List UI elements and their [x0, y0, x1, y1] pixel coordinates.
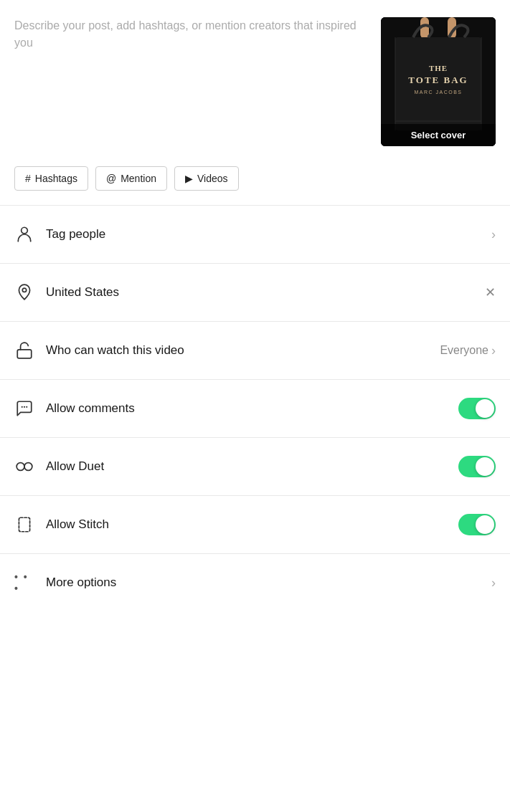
duet-icon — [14, 457, 34, 477]
location-close-icon: ✕ — [485, 285, 496, 300]
toggle-knob — [476, 399, 494, 418]
action-buttons-row: # Hashtags @ Mention ▶ Videos — [0, 158, 510, 202]
svg-point-17 — [24, 463, 32, 471]
select-cover-label: Select cover — [411, 130, 466, 140]
svg-rect-18 — [19, 517, 29, 532]
more-options-label: More options — [46, 575, 480, 590]
more-options-item[interactable]: • • • More options › — [0, 557, 510, 608]
divider-1 — [0, 263, 510, 264]
divider-3 — [0, 379, 510, 380]
location-right[interactable]: ✕ — [485, 285, 496, 300]
dots-icon: • • • — [14, 571, 34, 594]
location-item[interactable]: United States ✕ — [0, 267, 510, 318]
svg-text:MARC JACOBS: MARC JACOBS — [414, 90, 462, 95]
mention-label: Mention — [121, 173, 156, 184]
tag-people-icon — [14, 224, 34, 244]
who-can-watch-item[interactable]: Who can watch this video Everyone › — [0, 325, 510, 376]
svg-text:TOTE BAG: TOTE BAG — [408, 75, 468, 85]
privacy-icon — [14, 340, 34, 360]
allow-duet-label: Allow Duet — [46, 459, 447, 474]
description-area[interactable]: Describe your post, add hashtags, or men… — [14, 17, 369, 103]
tag-people-right: › — [491, 227, 496, 242]
tag-people-item[interactable]: Tag people › — [0, 209, 510, 260]
allow-comments-label: Allow comments — [46, 401, 447, 416]
more-options-right: › — [491, 575, 496, 591]
tag-people-label: Tag people — [46, 227, 480, 242]
toggle-knob-stitch — [476, 515, 494, 534]
allow-comments-item[interactable]: Allow comments — [0, 383, 510, 434]
divider-4 — [0, 437, 510, 438]
mention-button[interactable]: @ Mention — [95, 166, 167, 191]
divider-6 — [0, 553, 510, 554]
mention-icon: @ — [106, 173, 116, 184]
allow-stitch-toggle-container — [458, 514, 496, 535]
svg-rect-12 — [17, 350, 32, 358]
allow-duet-toggle-container — [458, 456, 496, 477]
who-can-watch-right: Everyone › — [440, 343, 496, 358]
play-icon: ▶ — [185, 173, 193, 184]
more-options-chevron: › — [491, 575, 496, 591]
allow-duet-toggle[interactable] — [458, 456, 496, 477]
everyone-text: Everyone — [440, 344, 488, 357]
divider-2 — [0, 321, 510, 322]
svg-point-11 — [22, 288, 26, 292]
top-section: Describe your post, add hashtags, or men… — [0, 0, 510, 158]
allow-stitch-toggle[interactable] — [458, 514, 496, 535]
select-cover-bar[interactable]: Select cover — [381, 124, 496, 146]
hashtags-label: Hashtags — [35, 173, 77, 184]
top-divider — [0, 205, 510, 206]
divider-5 — [0, 495, 510, 496]
location-label: United States — [46, 285, 473, 300]
allow-comments-toggle[interactable] — [458, 398, 496, 419]
videos-label: Videos — [197, 173, 228, 184]
who-can-watch-label: Who can watch this video — [46, 343, 428, 358]
description-placeholder: Describe your post, add hashtags, or men… — [14, 19, 356, 49]
allow-comments-toggle-container — [458, 398, 496, 419]
tag-people-chevron: › — [491, 227, 496, 242]
who-can-watch-chevron: › — [491, 343, 496, 358]
svg-point-16 — [16, 463, 24, 471]
hashtags-button[interactable]: # Hashtags — [14, 166, 88, 191]
allow-stitch-item[interactable]: Allow Stitch — [0, 499, 510, 550]
videos-button[interactable]: ▶ Videos — [174, 166, 239, 191]
svg-text:THE: THE — [429, 64, 448, 72]
stitch-icon — [14, 515, 34, 535]
more-options-icon: • • • — [14, 573, 34, 593]
cover-container[interactable]: THE TOTE BAG MARC JACOBS Select cover — [381, 17, 496, 146]
svg-point-10 — [22, 227, 28, 234]
allow-duet-item[interactable]: Allow Duet — [0, 441, 510, 492]
location-icon — [14, 282, 34, 302]
toggle-knob-duet — [476, 457, 494, 476]
allow-stitch-label: Allow Stitch — [46, 517, 447, 532]
comments-icon — [14, 398, 34, 419]
hashtag-icon: # — [25, 173, 31, 184]
